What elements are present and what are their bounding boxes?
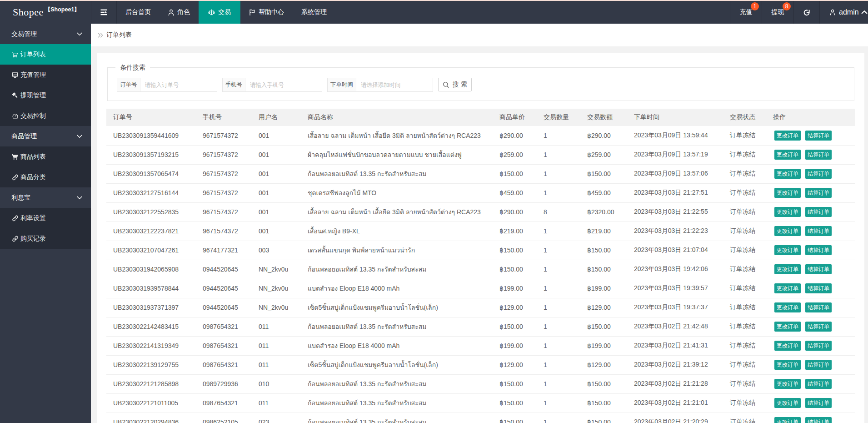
modify-order-button[interactable]: 更改订单 <box>774 283 801 293</box>
main: 订单列表 条件搜索 订单号 手机号 下单时间 <box>91 24 868 423</box>
modify-order-button[interactable]: 更改订单 <box>774 302 801 312</box>
settle-order-button[interactable]: 结算订单 <box>805 360 832 370</box>
modify-order-button[interactable]: 更改订单 <box>774 398 801 408</box>
cell-amount: ฿150.00 <box>580 393 627 413</box>
modify-order-button[interactable]: 更改订单 <box>774 131 801 141</box>
modify-order-button[interactable]: 更改订单 <box>774 169 801 179</box>
sidebar-group-label: 利息宝 <box>11 194 30 202</box>
admin-menu[interactable]: admin <box>819 1 868 24</box>
sidebar-item-利率设置[interactable]: 利率设置 <box>0 208 91 228</box>
modify-order-button[interactable]: 更改订单 <box>774 341 801 351</box>
settle-order-button[interactable]: 结算订单 <box>805 341 832 351</box>
cell-product: เสื้อลาย ฉลาม เต็มหน้า เสื้อยืด 3มิติ ลา… <box>301 126 493 145</box>
sidebar-item-label: 购买记录 <box>20 235 46 243</box>
settle-order-button[interactable]: 结算订单 <box>805 207 832 217</box>
cell-actions: 更改订单结算订单 <box>766 126 855 145</box>
table-row: UB23030221212858980989729936010ก้อนพลอยอ… <box>106 374 855 393</box>
modify-order-button[interactable]: 更改订单 <box>774 188 801 198</box>
sidebar-item-购买记录[interactable]: 购买记录 <box>0 228 91 249</box>
modify-order-button[interactable]: 更改订单 <box>774 360 801 370</box>
sidebar-group-商品管理[interactable]: 商品管理 <box>0 126 91 146</box>
cell-status: 订单冻结 <box>723 145 766 164</box>
refresh-button[interactable] <box>793 1 819 24</box>
cell-actions: 更改订单结算订单 <box>766 183 855 202</box>
order-no-input[interactable] <box>140 78 217 92</box>
settle-order-button[interactable]: 结算订单 <box>805 302 832 312</box>
sidebar-item-商品列表[interactable]: 商品列表 <box>0 146 91 167</box>
sidebar-item-icon <box>11 51 19 58</box>
cell-phone: 9671574372 <box>196 183 252 202</box>
withdraw-button[interactable]: 提现 8 <box>762 1 793 24</box>
table-row: UB23030913570654749671574372001ก้อนพลอยอ… <box>106 164 855 183</box>
settle-order-button[interactable]: 结算订单 <box>805 264 832 274</box>
cell-amount: ฿150.00 <box>580 374 627 393</box>
cell-order-no: UB2303022142483415 <box>106 317 196 336</box>
modify-order-button[interactable]: 更改订单 <box>774 264 801 274</box>
modify-order-button[interactable]: 更改订单 <box>774 226 801 236</box>
withdraw-badge: 8 <box>783 2 791 10</box>
search-button[interactable]: 搜 索 <box>438 78 472 91</box>
settle-order-button[interactable]: 结算订单 <box>805 150 832 160</box>
cell-time: 2023年03月03日 19:42:06 <box>627 260 723 279</box>
cell-price: ฿150.00 <box>493 317 537 336</box>
recharge-button[interactable]: 充值 1 <box>730 1 762 24</box>
sidebar-item-提现管理[interactable]: 提现管理 <box>0 85 91 106</box>
settle-order-button[interactable]: 结算订单 <box>805 379 832 389</box>
collapse-sidebar-button[interactable] <box>91 1 116 24</box>
cell-amount: ฿2320.00 <box>580 202 627 222</box>
sidebar-item-label: 商品分类 <box>20 173 46 181</box>
settle-order-button[interactable]: 结算订单 <box>805 417 832 423</box>
search-icon <box>443 81 449 88</box>
double-chevron-icon <box>98 33 103 38</box>
settle-order-button[interactable]: 结算订单 <box>805 188 832 198</box>
cell-username: NN_2kv0u <box>252 260 301 279</box>
settle-order-button[interactable]: 结算订单 <box>805 283 832 293</box>
top-nav-item-system[interactable]: 系统管理 <box>293 1 335 24</box>
cell-product: ชุดเดรสชีฟองลูกไม้ MTO <box>301 183 493 202</box>
modify-order-button[interactable]: 更改订单 <box>774 379 801 389</box>
cell-actions: 更改订单结算订单 <box>766 317 855 336</box>
col-header-amount: 交易数额 <box>580 109 627 126</box>
sidebar-group-交易管理[interactable]: 交易管理 <box>0 24 91 44</box>
settle-order-button[interactable]: 结算订单 <box>805 169 832 179</box>
cell-product: เดรสสั้นแขนกุด พิมพ์ลายหน้าแมวน่ารัก <box>301 241 493 260</box>
sidebar-group-利息宝[interactable]: 利息宝 <box>0 187 91 208</box>
settle-order-button[interactable]: 结算订单 <box>805 226 832 236</box>
cell-product: ก้อนพลอยอเมทิสต์ 13.35 กะรัตสำหรับสะสม <box>301 413 493 423</box>
cell-username: NN_2kv0u <box>252 298 301 317</box>
modify-order-button[interactable]: 更改订单 <box>774 322 801 332</box>
cell-username: 023 <box>252 413 301 423</box>
sidebar-item-充值管理[interactable]: 充值管理 <box>0 65 91 85</box>
order-time-input[interactable] <box>356 78 433 92</box>
settle-order-button[interactable]: 结算订单 <box>805 131 832 141</box>
search-legend: 条件搜索 <box>115 64 150 71</box>
phone-field-group: 手机号 <box>222 78 323 92</box>
modify-order-button[interactable]: 更改订单 <box>774 417 801 423</box>
modify-order-button[interactable]: 更改订单 <box>774 207 801 217</box>
cell-price: ฿199.00 <box>493 279 537 298</box>
sidebar-item-商品分类[interactable]: 商品分类 <box>0 167 91 187</box>
settle-order-button[interactable]: 结算订单 <box>805 398 832 408</box>
settle-order-button[interactable]: 结算订单 <box>805 245 832 255</box>
modify-order-button[interactable]: 更改订单 <box>774 150 801 160</box>
sidebar-item-交易控制[interactable]: 交易控制 <box>0 106 91 126</box>
phone-input[interactable] <box>245 78 322 92</box>
top-nav-item-help[interactable]: 帮助中心 <box>240 1 293 24</box>
cell-username: 001 <box>252 183 301 202</box>
modify-order-button[interactable]: 更改订单 <box>774 245 801 255</box>
settle-order-button[interactable]: 结算订单 <box>805 322 832 332</box>
top-nav-item-home[interactable]: 后台首页 <box>117 1 160 24</box>
sidebar-item-icon <box>11 154 19 160</box>
table-row: UB23030321222378219671574372001เสื้อนศ.ห… <box>106 222 855 241</box>
top-nav-item-role[interactable]: 角色 <box>160 1 199 24</box>
cell-amount: ฿150.00 <box>580 413 627 423</box>
sidebar-item-label: 订单列表 <box>20 50 46 59</box>
top-nav-item-trade[interactable]: 交易 <box>199 1 240 24</box>
cell-time: 2023年03月09日 13:57:06 <box>627 164 723 183</box>
top-nav-role-label: 角色 <box>177 8 190 16</box>
chevron-down-icon <box>77 196 82 200</box>
cell-actions: 更改订单结算订单 <box>766 279 855 298</box>
sidebar-item-订单列表[interactable]: 订单列表 <box>0 44 91 65</box>
cell-amount: ฿259.00 <box>580 145 627 164</box>
col-header-price: 商品单价 <box>493 109 537 126</box>
